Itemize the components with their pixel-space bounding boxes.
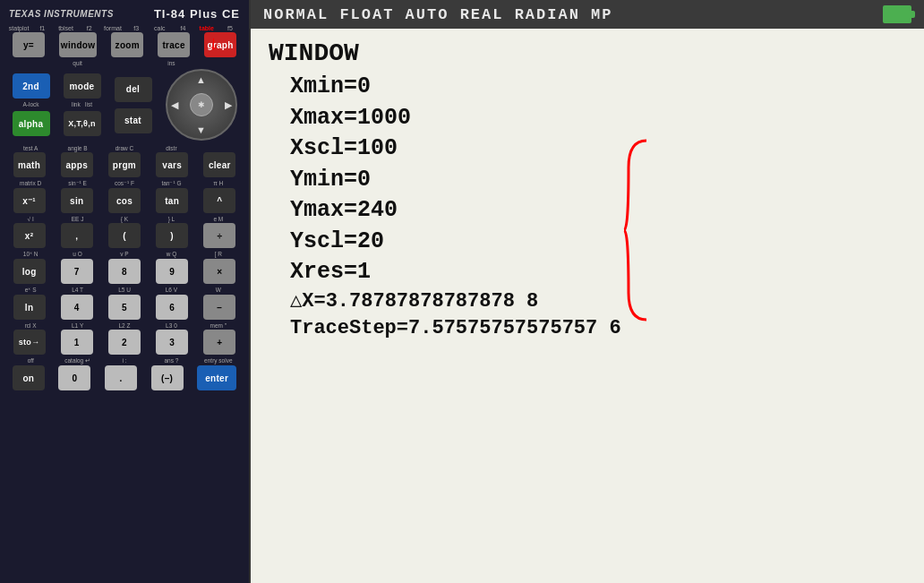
xscl-value: Xscl=100 <box>290 134 906 164</box>
btn-7[interactable]: 7 <box>61 259 93 284</box>
btn-5[interactable]: 5 <box>108 295 141 320</box>
window-values: Xmin=0 Xmax=1000 Xscl=100 Ymin=0 Ymax=24… <box>269 73 906 342</box>
sublabels-row2: quit ins <box>5 60 244 66</box>
dpad-container: ▲ ▼ ◀ ▶ ✱ <box>166 69 237 141</box>
btn-window[interactable]: window <box>59 32 97 57</box>
btn-caret[interactable]: ^ <box>203 188 235 213</box>
fn-f4: f4 <box>171 25 194 31</box>
btn-mode[interactable]: mode <box>64 73 101 99</box>
key-row-3: math apps prgm vars clear <box>5 152 244 177</box>
sublabels-row8: rcl X L1 Y L2 Z L3 0 mem " <box>5 322 244 329</box>
btn-enter[interactable]: enter <box>197 365 236 390</box>
btn-xthetan[interactable]: X,T,θ,n <box>64 111 101 136</box>
key-row-6: log 7 8 9 × <box>5 259 244 284</box>
sublabels-row3: test A angle B draw C distr <box>5 145 244 151</box>
xres-value: Xres=1 <box>290 258 906 287</box>
calc-header: TEXAS INSTRUMENTS TI-84 Plus CE <box>5 5 244 24</box>
calculator-panel: TEXAS INSTRUMENTS TI-84 Plus CE statplot… <box>0 0 251 583</box>
fn-tblset: tblset <box>54 25 77 31</box>
key-row-5: x² , ( ) ÷ <box>5 223 244 248</box>
ymin-value: Ymin=0 <box>290 166 906 195</box>
xmin-value: Xmin=0 <box>290 73 906 102</box>
dpad[interactable]: ▲ ▼ ◀ ▶ ✱ <box>166 69 237 141</box>
sublabels-row5: √ I EE J { K } L e M <box>5 216 244 222</box>
ymax-value: Ymax=240 <box>290 196 906 226</box>
btn-clear[interactable]: clear <box>203 152 235 177</box>
screen-panel: NORMAL FLOAT AUTO REAL RADIAN MP WINDOW … <box>251 0 924 583</box>
btn-del[interactable]: del <box>115 77 152 102</box>
btn-4[interactable]: 4 <box>61 295 93 320</box>
dpad-up[interactable]: ▲ <box>196 74 206 85</box>
fn-f2: f2 <box>78 25 101 31</box>
status-text: NORMAL FLOAT AUTO REAL RADIAN MP <box>263 6 612 23</box>
btn-y-equals[interactable]: y= <box>13 32 45 57</box>
deltax-value: △X=3.78787878787878 8 <box>290 289 906 315</box>
key-row-1: y= window zoom trace graph <box>5 32 244 57</box>
sublabels-row6: 10ˣ N u O v P w Q [ R <box>5 251 244 258</box>
dpad-center[interactable]: ✱ <box>190 93 213 116</box>
btn-3[interactable]: 3 <box>156 330 188 355</box>
fn-f5: f5 <box>218 25 242 31</box>
btn-prgm[interactable]: prgm <box>108 152 141 177</box>
dpad-down[interactable]: ▼ <box>196 124 206 135</box>
btn-graph[interactable]: graph <box>204 32 236 57</box>
btn-log[interactable]: log <box>13 259 46 284</box>
btn-multiply[interactable]: × <box>203 259 235 284</box>
btn-2[interactable]: 2 <box>108 330 141 355</box>
btn-rparen[interactable]: ) <box>156 223 188 248</box>
fn-f1: f1 <box>30 25 54 31</box>
btn-zoom[interactable]: zoom <box>111 32 143 57</box>
btn-negate[interactable]: (–) <box>151 365 184 390</box>
btn-xinverse[interactable]: x⁻¹ <box>13 188 46 213</box>
xmax-value: Xmax=1000 <box>290 104 906 133</box>
fn-f3: f3 <box>124 25 148 31</box>
btn-decimal[interactable]: . <box>105 365 137 390</box>
btn-trace[interactable]: trace <box>158 32 190 57</box>
status-bar: NORMAL FLOAT AUTO REAL RADIAN MP <box>251 0 924 29</box>
btn-6[interactable]: 6 <box>156 295 188 320</box>
btn-apps[interactable]: apps <box>61 152 93 177</box>
btn-xsquared[interactable]: x² <box>13 223 46 248</box>
key-row-7: ln 4 5 6 − <box>5 295 244 320</box>
fn-format: format <box>101 25 124 31</box>
btn-comma[interactable]: , <box>61 223 93 248</box>
fn-statplot: statplot <box>7 25 30 31</box>
btn-cos[interactable]: cos <box>108 188 141 213</box>
btn-add[interactable]: + <box>203 330 235 355</box>
btn-sin[interactable]: sin <box>61 188 93 213</box>
btn-tan[interactable]: tan <box>156 188 188 213</box>
key-row-9: on 0 . (–) enter <box>5 365 244 390</box>
btn-2nd[interactable]: 2nd <box>13 73 50 99</box>
dpad-right[interactable]: ▶ <box>225 99 232 111</box>
btn-sto[interactable]: sto→ <box>13 330 46 355</box>
window-title: WINDOW <box>269 39 906 67</box>
sublabels-row7: eˣ S L4 T L5 U L6 V W <box>5 287 244 294</box>
calc-brand: TEXAS INSTRUMENTS <box>9 9 114 19</box>
battery-icon <box>883 5 911 23</box>
btn-alpha[interactable]: alpha <box>13 111 50 136</box>
btn-8[interactable]: 8 <box>108 259 141 284</box>
btn-subtract[interactable]: − <box>203 295 235 320</box>
yscl-value: Yscl=20 <box>290 227 906 257</box>
btn-ln[interactable]: ln <box>13 295 46 320</box>
sublabels-row9: off catalog ↵ i : ans ? entry solve <box>5 357 244 364</box>
btn-lparen[interactable]: ( <box>108 223 141 248</box>
key-row-8: sto→ 1 2 3 + <box>5 330 244 355</box>
sublabels-row4: matrix D sin⁻¹ E cos⁻¹ F tan⁻¹ G π H <box>5 180 244 187</box>
dpad-circle[interactable]: ▲ ▼ ◀ ▶ ✱ <box>166 69 237 141</box>
tracestep-value: TraceStep=7.57575757575757 6 <box>290 316 906 342</box>
fn-labels-row: statplot f1 tblset f2 format f3 calc f4 … <box>5 24 244 32</box>
btn-1[interactable]: 1 <box>61 330 93 355</box>
fn-table: table <box>195 25 218 31</box>
btn-divide[interactable]: ÷ <box>203 223 235 248</box>
btn-9[interactable]: 9 <box>156 259 188 284</box>
btn-math[interactable]: math <box>13 152 46 177</box>
btn-vars[interactable]: vars <box>156 152 188 177</box>
btn-on[interactable]: on <box>13 365 45 390</box>
btn-0[interactable]: 0 <box>58 365 90 390</box>
brace-annotation <box>620 132 664 329</box>
fn-calc: calc <box>148 25 171 31</box>
dpad-left[interactable]: ◀ <box>171 99 178 111</box>
calc-model: TI-84 Plus CE <box>154 7 240 21</box>
btn-stat[interactable]: stat <box>115 108 152 133</box>
